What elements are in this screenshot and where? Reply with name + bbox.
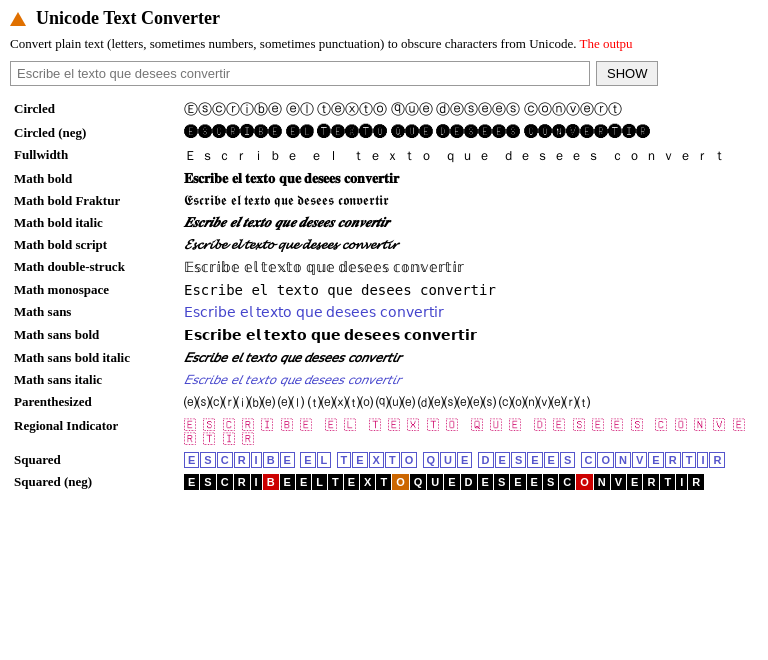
row-label: Math bold script xyxy=(10,234,180,256)
row-value: 𝓔𝓼𝓬𝓻𝓲𝓫𝓮 𝓮𝓵 𝓽𝓮𝔁𝓽𝓸 𝓺𝓾𝓮 𝓭𝓮𝓼𝓮𝓮𝓼 𝓬𝓸𝓷𝓿𝓮𝓻𝓽𝓲𝓻 xyxy=(180,234,758,256)
row-value: Ｅｓｃｒｉｂｅ ｅｌ ｔｅｘｔｏ ｑｕｅ ｄｅｓｅｅｓ ｃｏｎｖｅｒｔ xyxy=(180,144,758,168)
row-label: Squared (neg) xyxy=(10,471,180,493)
table-row: Math sans 𝖤𝗌𝖼𝗋𝗂𝖻𝖾 𝖾𝗅 𝗍𝖾𝗑𝗍𝗈 𝗊𝗎𝖾 𝖽𝖾𝗌𝖾𝖾𝗌 𝖼𝗈… xyxy=(10,301,758,324)
row-value: 🇪 🇸 🇨 🇷 🇮 🇧 🇪 🇪 🇱 🇹 🇪 🇽 🇹 🇴 🇶 🇺 🇪 🇩 🇪 🇸 … xyxy=(180,415,758,449)
table-row: Parenthesized ⒠⒮⒞⒭⒤⒝⒠ ⒠⒧ ⒯⒠⒳⒯⒪ ⒬⒰⒠ ⒟⒠⒮⒠⒠… xyxy=(10,391,758,415)
row-label: Math bold italic xyxy=(10,212,180,234)
table-row: Circled Ⓔⓢⓒⓡⓘⓑⓔ ⓔⓛ ⓣⓔⓧⓣⓞ ⓠⓤⓔ ⓓⓔⓢⓔⓔⓢ ⓒⓞⓝⓥ… xyxy=(10,98,758,122)
row-value: 𝖤𝗌𝖼𝗋𝗂𝖻𝖾 𝖾𝗅 𝗍𝖾𝗑𝗍𝗈 𝗊𝗎𝖾 𝖽𝖾𝗌𝖾𝖾𝗌 𝖼𝗈𝗇𝗏𝖾𝗋𝗍𝗂𝗋 xyxy=(180,301,758,324)
row-value: 𝘌𝘴𝘤𝘳𝘪𝘣𝘦 𝘦𝘭 𝘵𝘦𝘹𝘵𝘰 𝘲𝘶𝘦 𝘥𝘦𝘴𝘦𝘦𝘴 𝘤𝘰𝘯𝘷𝘦𝘳𝘵𝘪𝘳 xyxy=(180,369,758,391)
row-value: 𝔼𝕤𝕔𝕣𝕚𝕓𝕖 𝕖𝕝 𝕥𝕖𝕩𝕥𝕠 𝕢𝕦𝕖 𝕕𝕖𝕤𝕖𝕖𝕤 𝕔𝕠𝕟𝕧𝕖𝕣𝕥𝕚𝕣 xyxy=(180,256,758,279)
row-value: 𝙴𝚜𝚌𝚛𝚒𝚋𝚎 𝚎𝚕 𝚝𝚎𝚡𝚝𝚘 𝚚𝚞𝚎 𝚍𝚎𝚜𝚎𝚎𝚜 𝚌𝚘𝚗𝚟𝚎𝚛𝚝𝚒𝚛 xyxy=(180,279,758,301)
table-row: Math bold italic 𝑬𝒔𝒄𝒓𝒊𝒃𝒆 𝒆𝒍 𝒕𝒆𝒙𝒕𝒐 𝒒𝒖𝒆 𝒅𝒆… xyxy=(10,212,758,234)
results-table: Circled Ⓔⓢⓒⓡⓘⓑⓔ ⓔⓛ ⓣⓔⓧⓣⓞ ⓠⓤⓔ ⓓⓔⓢⓔⓔⓢ ⓒⓞⓝⓥ… xyxy=(10,98,758,493)
row-label: Math bold Fraktur xyxy=(10,190,180,212)
row-label: Math sans bold italic xyxy=(10,347,180,369)
search-input[interactable]: Escribe el texto que desees convertir xyxy=(10,61,590,86)
table-row: Math sans bold 𝗘𝘀𝗰𝗿𝗶𝗯𝗲 𝗲𝗹 𝘁𝗲𝘅𝘁𝗼 𝗾𝘂𝗲 𝗱𝗲𝘀𝗲… xyxy=(10,324,758,347)
page-description: Convert plain text (letters, sometimes n… xyxy=(10,35,758,53)
table-row: Math bold Fraktur 𝕰𝖘𝖈𝖗𝖎𝖇𝖊 𝖊𝖑 𝖙𝖊𝖝𝖙𝖔 𝖖𝖚𝖊 𝖉… xyxy=(10,190,758,212)
table-row: Squared ESCRIBE EL TEXTO QUE DESEES CONV… xyxy=(10,449,758,471)
row-value: Ⓔⓢⓒⓡⓘⓑⓔ ⓔⓛ ⓣⓔⓧⓣⓞ ⓠⓤⓔ ⓓⓔⓢⓔⓔⓢ ⓒⓞⓝⓥⓔⓡⓣ xyxy=(180,98,758,122)
table-row: Squared (neg) ESCRIBE EL TEXTO QUE DESEE… xyxy=(10,471,758,493)
row-label: Math sans italic xyxy=(10,369,180,391)
row-label: Regional Indicator xyxy=(10,415,180,449)
row-value: 𝘌𝘴𝘤𝘳𝘪𝘣𝘦 𝘦𝘭 𝘵𝘦𝘹𝘵𝘰 𝘲𝘶𝘦 𝘥𝘦𝘴𝘦𝘦𝘴 𝘤𝘰𝘯𝘷𝘦𝘳𝘵𝘪𝘳 xyxy=(180,347,758,369)
table-row: Circled (neg) 🅔🅢🅒🅡🅘🅑🅔 🅔🅛 🅣🅔🅧🅣🅞 🅠🅤🅔 🅓🅔🅢🅔🅔… xyxy=(10,122,758,144)
row-label: Parenthesized xyxy=(10,391,180,415)
row-value: ESCRIBE EL TEXTO QUE DESEES CONVERTIR xyxy=(180,471,758,493)
row-label: Fullwidth xyxy=(10,144,180,168)
row-label: Math sans xyxy=(10,301,180,324)
show-button[interactable]: SHOW xyxy=(596,61,658,86)
table-row: Regional Indicator 🇪 🇸 🇨 🇷 🇮 🇧 🇪 🇪 🇱 🇹 🇪… xyxy=(10,415,758,449)
description-red: The outpu xyxy=(579,36,632,51)
row-label: Math bold xyxy=(10,168,180,190)
row-value: 𝗘𝘀𝗰𝗿𝗶𝗯𝗲 𝗲𝗹 𝘁𝗲𝘅𝘁𝗼 𝗾𝘂𝗲 𝗱𝗲𝘀𝗲𝗲𝘀 𝗰𝗼𝗻𝘃𝗲𝗿𝘁𝗶𝗿 xyxy=(180,324,758,347)
row-label: Math monospace xyxy=(10,279,180,301)
row-label: Squared xyxy=(10,449,180,471)
row-value: ESCRIBE EL TEXTO QUE DESEES CONVERTIR xyxy=(180,449,758,471)
table-row: Math bold 𝐄𝐬𝐜𝐫𝐢𝐛𝐞 𝐞𝐥 𝐭𝐞𝐱𝐭𝐨 𝐪𝐮𝐞 𝐝𝐞𝐬𝐞𝐞𝐬 𝐜𝐨… xyxy=(10,168,758,190)
row-label: Circled xyxy=(10,98,180,122)
search-row: Escribe el texto que desees convertir SH… xyxy=(10,61,758,86)
table-row: Fullwidth Ｅｓｃｒｉｂｅ ｅｌ ｔｅｘｔｏ ｑｕｅ ｄｅｓｅｅｓ ｃｏ… xyxy=(10,144,758,168)
table-row: Math sans italic 𝘌𝘴𝘤𝘳𝘪𝘣𝘦 𝘦𝘭 𝘵𝘦𝘹𝘵𝘰 𝘲𝘶𝘦 𝘥𝘦… xyxy=(10,369,758,391)
row-value: 𝑬𝒔𝒄𝒓𝒊𝒃𝒆 𝒆𝒍 𝒕𝒆𝒙𝒕𝒐 𝒒𝒖𝒆 𝒅𝒆𝒔𝒆𝒆𝒔 𝒄𝒐𝒏𝒗𝒆𝒓𝒕𝒊𝒓 xyxy=(180,212,758,234)
table-row: Math sans bold italic 𝘌𝘴𝘤𝘳𝘪𝘣𝘦 𝘦𝘭 𝘵𝘦𝘹𝘵𝘰 𝘲… xyxy=(10,347,758,369)
page-title: Unicode Text Converter xyxy=(36,8,220,29)
table-row: Math bold script 𝓔𝓼𝓬𝓻𝓲𝓫𝓮 𝓮𝓵 𝓽𝓮𝔁𝓽𝓸 𝓺𝓾𝓮 𝓭𝓮… xyxy=(10,234,758,256)
table-row: Math double-struck 𝔼𝕤𝕔𝕣𝕚𝕓𝕖 𝕖𝕝 𝕥𝕖𝕩𝕥𝕠 𝕢𝕦𝕖 … xyxy=(10,256,758,279)
page-header: Unicode Text Converter xyxy=(10,8,758,29)
row-label: Circled (neg) xyxy=(10,122,180,144)
row-label: Math sans bold xyxy=(10,324,180,347)
table-row: Math monospace 𝙴𝚜𝚌𝚛𝚒𝚋𝚎 𝚎𝚕 𝚝𝚎𝚡𝚝𝚘 𝚚𝚞𝚎 𝚍𝚎𝚜𝚎… xyxy=(10,279,758,301)
row-value: ⒠⒮⒞⒭⒤⒝⒠ ⒠⒧ ⒯⒠⒳⒯⒪ ⒬⒰⒠ ⒟⒠⒮⒠⒠⒮ ⒞⒪⒩⒱⒠⒭⒯ xyxy=(180,391,758,415)
row-value: 🅔🅢🅒🅡🅘🅑🅔 🅔🅛 🅣🅔🅧🅣🅞 🅠🅤🅔 🅓🅔🅢🅔🅔🅢 🅒🅞🅝🅥🅔🅡🅣🅘🅡 xyxy=(180,122,758,144)
row-value: 𝐄𝐬𝐜𝐫𝐢𝐛𝐞 𝐞𝐥 𝐭𝐞𝐱𝐭𝐨 𝐪𝐮𝐞 𝐝𝐞𝐬𝐞𝐞𝐬 𝐜𝐨𝐧𝐯𝐞𝐫𝐭𝐢𝐫 xyxy=(180,168,758,190)
triangle-icon xyxy=(10,12,26,26)
row-value: 𝕰𝖘𝖈𝖗𝖎𝖇𝖊 𝖊𝖑 𝖙𝖊𝖝𝖙𝖔 𝖖𝖚𝖊 𝖉𝖊𝖘𝖊𝖊𝖘 𝖈𝖔𝖓𝖛𝖊𝖗𝖙𝖎𝖗 xyxy=(180,190,758,212)
row-label: Math double-struck xyxy=(10,256,180,279)
